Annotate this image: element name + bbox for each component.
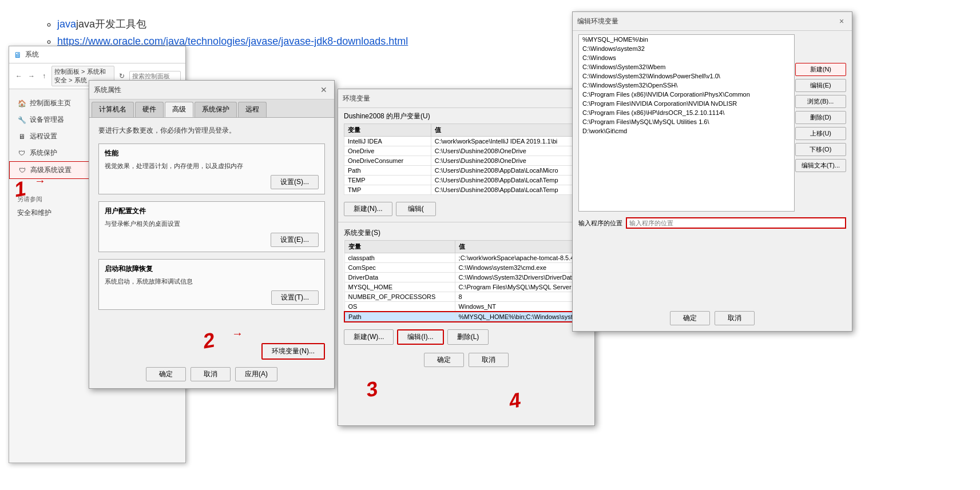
edit-env-cancel-button[interactable]: 取消 bbox=[715, 311, 755, 325]
sys-var-name: MYSQL_HOME bbox=[344, 282, 455, 292]
delete-btn[interactable]: 删除(D) bbox=[795, 111, 846, 124]
user-var-row[interactable]: TEMPC:\Users\Dushine2008\AppData\Local\T… bbox=[344, 176, 589, 185]
user-var-value: C:\work\workSpace\IntelliJ IDEA 2019.1.1… bbox=[431, 137, 588, 146]
home-icon: 🏠 bbox=[17, 99, 26, 108]
edit-env-close-button[interactable]: × bbox=[836, 15, 847, 27]
sidebar-item-label: 高级系统设置 bbox=[30, 165, 72, 175]
edit-env-list-item[interactable]: D:\work\Git\cmd bbox=[579, 126, 794, 136]
edit-env-list-item[interactable]: C:\Windows bbox=[579, 53, 794, 62]
sys-var-row[interactable]: DriverDataC:\Windows\System32\Drivers\Dr… bbox=[344, 273, 588, 282]
user-new-button[interactable]: 新建(N)... bbox=[344, 202, 392, 216]
sysprop-cancel-button[interactable]: 取消 bbox=[191, 367, 231, 381]
sidebar-item-label: 系统保护 bbox=[30, 148, 57, 158]
user-var-row[interactable]: PathC:\Users\Dushine2008\AppData\Local\M… bbox=[344, 166, 589, 176]
sys-delete-button[interactable]: 删除(L) bbox=[447, 329, 489, 345]
userprofile-settings-button[interactable]: 设置(E)... bbox=[271, 233, 319, 247]
oracle-link[interactable]: https://www.oracle.com/java/technologies… bbox=[57, 35, 408, 47]
sys-vars-table[interactable]: 变量 值 classpath;C:\work\workSpace\apache-… bbox=[344, 240, 589, 322]
startup-section: 启动和故障恢复 系统启动，系统故障和调试信息 设置(T)... bbox=[98, 259, 325, 310]
env-dialog: 环境变量 ✕ Dushine2008 的用户变量(U) 变量 值 Intelli… bbox=[338, 89, 595, 426]
sidebar-item-label: 控制面板主页 bbox=[30, 98, 71, 108]
env-var-button[interactable]: 环境变量(N)... bbox=[261, 343, 325, 360]
env-cancel-button[interactable]: 取消 bbox=[469, 353, 509, 367]
user-var-name: Path bbox=[344, 166, 431, 176]
edit-env-list-item[interactable]: C:\Program Files (x86)\HP\IdrsOCR_15.2.1… bbox=[579, 108, 794, 117]
edit-env-ok-button[interactable]: 确定 bbox=[670, 311, 710, 325]
edit-env-list[interactable]: %MYSQL_HOME%\binC:\Windows\system32C:\Wi… bbox=[578, 34, 795, 212]
user-var-row[interactable]: IntelliJ IDEAC:\work\workSpace\IntelliJ … bbox=[344, 137, 589, 146]
tab-system-protection[interactable]: 系统保护 bbox=[195, 102, 237, 117]
edit-env-list-item[interactable]: C:\Windows\System32\WindowsPowerShell\v1… bbox=[579, 71, 794, 81]
sys-var-row[interactable]: NUMBER_OF_PROCESSORS8 bbox=[344, 292, 588, 302]
sys-var-value: %MYSQL_HOME%\bin;C:\Windows\system32;C:\… bbox=[455, 312, 588, 322]
edit-env-list-item[interactable]: %MYSQL_HOME%\bin bbox=[579, 35, 794, 44]
startup-settings-button[interactable]: 设置(T)... bbox=[271, 290, 319, 305]
browse-btn[interactable]: 浏览(B)... bbox=[795, 95, 846, 108]
tab-advanced[interactable]: 高级 bbox=[165, 102, 193, 117]
sys-var-name: ComSpec bbox=[344, 263, 455, 273]
user-var-value: C:\Users\Dushine2008\OneDrive bbox=[431, 156, 588, 166]
sys-var-value: ;C:\work\workSpace\apache-tomcat-8.5.47\… bbox=[455, 253, 588, 263]
edit-env-list-item[interactable]: C:\Windows\System32\OpenSSH\ bbox=[579, 81, 794, 90]
sys-var-name: classpath bbox=[344, 253, 455, 263]
nav-forward-button[interactable]: → bbox=[26, 71, 37, 81]
edit-env-list-item[interactable]: C:\Program Files\MySQL\MySQL Utilities 1… bbox=[579, 117, 794, 126]
edit-text-btn[interactable]: 编辑文本(T)... bbox=[795, 159, 846, 172]
tab-computer-name[interactable]: 计算机名 bbox=[92, 102, 134, 117]
shield-icon: 🛡 bbox=[17, 149, 26, 158]
move-down-btn[interactable]: 下移(O) bbox=[795, 143, 846, 156]
user-edit-button[interactable]: 编辑( bbox=[396, 202, 436, 216]
sys-var-col-name: 变量 bbox=[344, 241, 455, 253]
performance-settings-button[interactable]: 设置(S)... bbox=[271, 175, 319, 189]
user-var-name: TEMP bbox=[344, 176, 431, 185]
user-var-row[interactable]: OneDriveC:\Users\Dushine2008\OneDrive bbox=[344, 146, 589, 156]
move-up-btn[interactable]: 上移(U) bbox=[795, 127, 846, 140]
user-var-col-value: 值 bbox=[431, 124, 588, 137]
sys-vars-btns: 新建(W)... 编辑(I)... 删除(L) bbox=[338, 326, 594, 348]
new-btn[interactable]: 新建(N) bbox=[795, 63, 846, 76]
env-ok-button[interactable]: 确定 bbox=[424, 353, 464, 367]
sys-var-name: DriverData bbox=[344, 273, 455, 282]
user-vars-table[interactable]: 变量 值 IntelliJ IDEAC:\work\workSpace\Inte… bbox=[344, 124, 589, 195]
shield-active-icon: 🛡 bbox=[18, 166, 27, 175]
sys-var-row[interactable]: MYSQL_HOMEC:\Program Files\MySQL\MySQL S… bbox=[344, 282, 588, 292]
system-window-title: 系统 bbox=[25, 50, 39, 59]
edit-btn[interactable]: 编辑(E) bbox=[795, 79, 846, 92]
edit-env-list-item[interactable]: C:\Windows\system32 bbox=[579, 44, 794, 53]
sys-var-row[interactable]: Path%MYSQL_HOME%\bin;C:\Windows\system32… bbox=[344, 312, 588, 322]
sys-new-button[interactable]: 新建(W)... bbox=[344, 329, 394, 345]
edit-env-list-item[interactable]: C:\Program Files\NVIDIA Corporation\NVID… bbox=[579, 99, 794, 108]
edit-env-title: 编辑环境变量 bbox=[577, 17, 618, 26]
edit-env-input-row: 输入程序的位置 bbox=[573, 215, 852, 231]
sys-var-row[interactable]: ComSpecC:\Windows\system32\cmd.exe bbox=[344, 263, 588, 273]
sidebar-item-label: 安全和维护 bbox=[17, 208, 51, 218]
tab-remote[interactable]: 远程 bbox=[238, 102, 267, 117]
env-dialog-title: 环境变量 bbox=[343, 94, 370, 103]
user-var-row[interactable]: OneDriveConsumerC:\Users\Dushine2008\One… bbox=[344, 156, 589, 166]
edit-env-dialog: 编辑环境变量 × %MYSQL_HOME%\binC:\Windows\syst… bbox=[572, 11, 852, 332]
user-var-row[interactable]: TMPC:\Users\Dushine2008\AppData\Local\Te… bbox=[344, 185, 589, 195]
sys-var-row[interactable]: OSWindows_NT bbox=[344, 302, 588, 312]
sysprop-body: 要进行大多数更改，你必须作为管理员登录。 性能 视觉效果，处理器计划，内存使用，… bbox=[89, 118, 334, 325]
sys-var-name: OS bbox=[344, 302, 455, 312]
tab-hardware[interactable]: 硬件 bbox=[135, 102, 164, 117]
java-text: javajava开发工具包 bbox=[57, 18, 146, 30]
system-window-icon: 🖥 bbox=[14, 50, 22, 59]
sysprop-apply-button[interactable]: 应用(A) bbox=[235, 367, 277, 381]
edit-env-list-item[interactable]: C:\Program Files (x86)\NVIDIA Corporatio… bbox=[579, 90, 794, 99]
edit-env-input[interactable] bbox=[626, 217, 846, 229]
user-var-value: C:\Users\Dushine2008\AppData\Local\Temp bbox=[431, 176, 588, 185]
sys-var-value: 8 bbox=[455, 292, 588, 302]
sys-edit-button[interactable]: 编辑(I)... bbox=[397, 329, 443, 345]
edit-env-list-item[interactable]: C:\Windows\System32\Wbem bbox=[579, 62, 794, 71]
sidebar-item-label: 远程设置 bbox=[30, 132, 57, 141]
nav-up-button[interactable]: ↑ bbox=[39, 71, 49, 81]
user-var-name: IntelliJ IDEA bbox=[344, 137, 431, 146]
sys-var-row[interactable]: classpath;C:\work\workSpace\apache-tomca… bbox=[344, 253, 588, 263]
edit-env-titlebar: 编辑环境变量 × bbox=[573, 12, 852, 31]
sysprop-ok-button[interactable]: 确定 bbox=[146, 367, 186, 381]
userprofile-section: 用户配置文件 与登录帐户相关的桌面设置 设置(E)... bbox=[98, 201, 325, 252]
nav-back-button[interactable]: ← bbox=[14, 71, 24, 81]
sysprop-close-button[interactable]: ✕ bbox=[318, 84, 330, 95]
env-divider bbox=[338, 222, 594, 222]
